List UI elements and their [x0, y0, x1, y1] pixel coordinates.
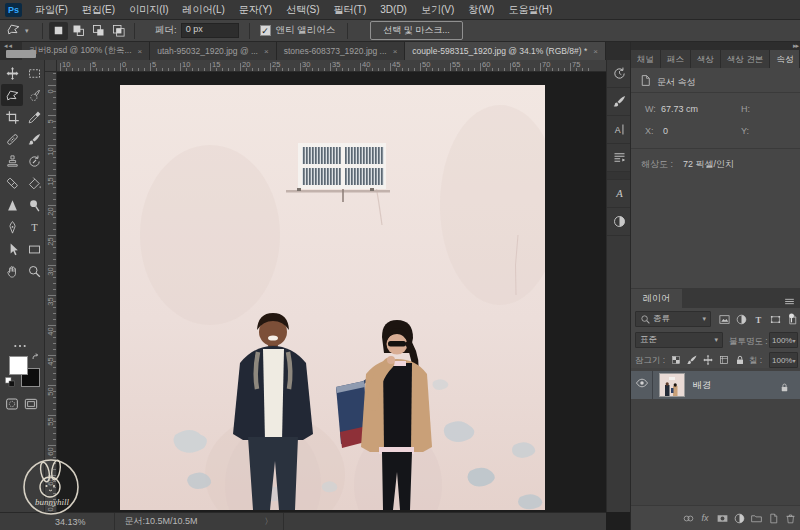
document-photo[interactable] — [120, 85, 545, 510]
vertical-ruler[interactable]: 0510152025303540455055606570 — [45, 72, 57, 512]
menu-item[interactable]: 3D(D) — [373, 0, 414, 20]
type-filter-icon[interactable]: T — [751, 312, 766, 327]
pixel-filter-icon[interactable] — [717, 312, 732, 327]
tool-preset-picker[interactable]: ▾ — [6, 22, 36, 40]
history-panel-icon[interactable] — [607, 60, 631, 88]
zoom-tool[interactable] — [23, 260, 45, 282]
trash-icon[interactable] — [783, 510, 797, 526]
menu-item[interactable]: 도움말(H) — [501, 0, 559, 20]
document-tab[interactable]: utah-95032_1920.jpg @ ...× — [150, 42, 276, 60]
spot-healing-tool[interactable] — [1, 128, 23, 150]
new-layer-icon[interactable] — [766, 510, 780, 526]
shape-filter-icon[interactable] — [768, 312, 783, 327]
panel-tab-속성[interactable]: 속성 — [770, 50, 800, 68]
frame-lock-icon[interactable] — [717, 353, 731, 367]
menu-item[interactable]: 레이어(L) — [176, 0, 232, 20]
pen-tool[interactable] — [1, 216, 23, 238]
document-tab[interactable]: couple-598315_1920.jpg @ 34.1% (RGB/8#) … — [405, 42, 606, 60]
double-arrow-right-icon[interactable]: ▸▸ — [793, 42, 798, 50]
close-icon[interactable]: × — [264, 47, 269, 56]
dodge-tool[interactable] — [23, 194, 45, 216]
w-value[interactable]: 67.73 cm — [661, 104, 698, 114]
panel-menu-icon[interactable] — [783, 294, 797, 308]
subtract-selection-icon[interactable] — [89, 22, 108, 40]
close-icon[interactable]: × — [138, 47, 143, 56]
sharpen-tool[interactable] — [1, 194, 23, 216]
quick-selection-tool[interactable] — [23, 84, 45, 106]
path-selection-tool[interactable] — [1, 238, 23, 260]
folder-icon[interactable] — [749, 510, 763, 526]
history-brush-tool[interactable] — [23, 150, 45, 172]
lock-icon[interactable] — [733, 353, 747, 367]
eyedropper-tool[interactable] — [23, 106, 45, 128]
x-value[interactable]: 0 — [663, 126, 668, 136]
panel-tab-채널[interactable]: 채널 — [631, 50, 661, 68]
status-arrow-button[interactable]: 〉 — [265, 516, 273, 527]
panel-tab-색상[interactable]: 색상 — [691, 50, 721, 68]
menu-item[interactable]: 편집(E) — [75, 0, 122, 20]
canvas-area[interactable] — [57, 72, 606, 512]
new-selection-icon[interactable] — [49, 22, 68, 40]
shape-tool[interactable] — [23, 238, 45, 260]
fill-dropdown[interactable]: 100%▾ — [769, 352, 798, 368]
link-icon[interactable] — [681, 510, 695, 526]
close-icon[interactable]: × — [593, 47, 598, 56]
rect-marquee-tool[interactable] — [23, 62, 45, 84]
fx-icon[interactable]: fx — [698, 510, 712, 526]
tab-layers[interactable]: 레이어 — [631, 289, 682, 308]
move-lock-icon[interactable] — [701, 353, 715, 367]
mask-icon[interactable] — [715, 510, 729, 526]
horizontal-ruler[interactable]: 105051015202530354045505560657075 — [57, 60, 606, 72]
type-tool[interactable]: T — [23, 216, 45, 238]
panel-tab-색상 견본[interactable]: 색상 견본 — [721, 50, 770, 68]
menu-item[interactable]: 이미지(I) — [122, 0, 175, 20]
tab-overflow-stub[interactable]: ◂◂ — [0, 42, 22, 60]
layer-filter-dropdown[interactable]: 종류 ▾ — [635, 311, 711, 327]
brush-tool[interactable] — [23, 128, 45, 150]
menu-item[interactable]: 선택(S) — [279, 0, 326, 20]
feather-input[interactable]: 0 px — [181, 23, 239, 38]
edit-toolbar-ellipsis-icon[interactable] — [12, 338, 28, 354]
menu-item[interactable]: 창(W) — [461, 0, 501, 20]
character-panel-icon[interactable]: A — [607, 116, 631, 144]
adjust-filter-icon[interactable] — [732, 510, 746, 526]
clone-stamp-tool[interactable] — [1, 150, 23, 172]
blend-mode-dropdown[interactable]: 표준▾ — [635, 332, 723, 348]
checkerboard-icon[interactable] — [669, 353, 683, 367]
menu-item[interactable]: 파일(F) — [28, 0, 75, 20]
default-colors-icon[interactable] — [4, 376, 16, 388]
hand-tool[interactable] — [1, 260, 23, 282]
intersect-selection-icon[interactable] — [109, 22, 128, 40]
zoom-level-field[interactable]: 34.13% — [55, 517, 86, 527]
menu-item[interactable]: 문자(Y) — [232, 0, 279, 20]
document-tab[interactable]: stones-608373_1920.jpg ...× — [277, 42, 406, 60]
filter-pin-icon[interactable] — [784, 310, 799, 325]
paint-bucket-tool[interactable] — [23, 172, 45, 194]
ruler-origin-corner[interactable] — [45, 60, 57, 72]
layer-row-background[interactable]: 배경 — [631, 371, 800, 399]
foreground-color-swatch[interactable] — [9, 356, 28, 375]
menu-item[interactable]: 보기(V) — [414, 0, 461, 20]
layer-name[interactable]: 배경 — [693, 379, 711, 392]
polygonal-lasso-tool[interactable] — [1, 84, 23, 106]
swap-colors-icon[interactable] — [30, 352, 42, 364]
adjust-filter-icon[interactable] — [734, 312, 749, 327]
antialias-checkbox[interactable]: ✓ — [260, 25, 271, 36]
brush-settings-icon[interactable] — [607, 88, 631, 116]
brush-lock-icon[interactable] — [685, 353, 699, 367]
layer-thumbnail[interactable] — [659, 373, 685, 397]
quick-mask-button[interactable] — [4, 396, 20, 412]
close-icon[interactable]: × — [393, 47, 398, 56]
eraser-tool[interactable] — [1, 172, 23, 194]
screen-mode-button[interactable] — [23, 396, 39, 412]
move-tool[interactable] — [1, 62, 23, 84]
layer-visibility-toggle[interactable] — [631, 371, 653, 399]
menu-item[interactable]: 필터(T) — [327, 0, 374, 20]
add-selection-icon[interactable] — [69, 22, 88, 40]
panel-tab-패스[interactable]: 패스 — [661, 50, 691, 68]
document-tab[interactable]: 커버8.psd @ 100% (한옥...× — [22, 42, 150, 60]
opacity-dropdown[interactable]: 100%▾ — [769, 332, 798, 348]
select-and-mask-button[interactable]: 선택 및 마스크... — [370, 21, 463, 40]
paragraph-panel-icon[interactable] — [607, 144, 631, 172]
crop-tool[interactable] — [1, 106, 23, 128]
